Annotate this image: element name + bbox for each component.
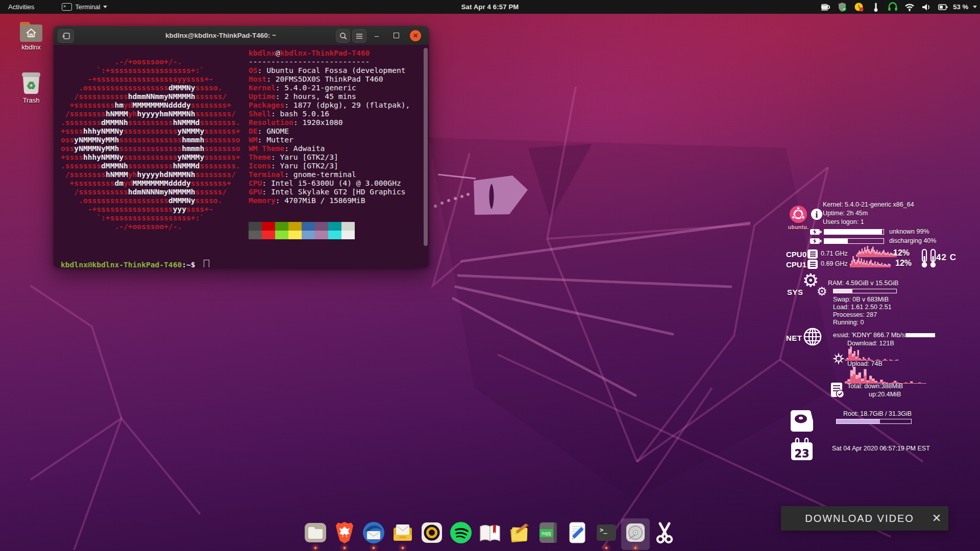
running-indicator [605, 546, 608, 549]
battery-icon [937, 1, 949, 13]
swap-line: Swap: 0B v 683MiB [833, 296, 889, 303]
info-icon: i [811, 208, 823, 220]
dock-item-files[interactable] [303, 520, 328, 545]
cpu1-label: CPU1 [786, 260, 806, 269]
download-video-label[interactable]: DOWNLOAD VIDEO [781, 513, 925, 524]
battery2-label: discharging 40% [889, 237, 936, 244]
alarm-icon [853, 1, 865, 13]
dock-item-disk-utility[interactable] [623, 520, 648, 545]
running-line: Running: 0 [833, 319, 864, 326]
minimize-button[interactable]: – [370, 26, 383, 45]
cpu0-freq: 0.71 GHz [821, 250, 848, 257]
terminal-color-palette [249, 222, 410, 231]
prompt-path: :~$ [182, 260, 195, 267]
cpu1-graph [850, 256, 891, 269]
prompt-userhost: kbdlnx@kbdlnx-ThinkPad-T460 [61, 260, 182, 267]
new-tab-button[interactable] [58, 29, 74, 43]
dock-item-mail[interactable] [390, 520, 415, 545]
dock-item-sticky-notes[interactable] [507, 520, 531, 545]
load-line: Load: 1.61 2.50 2.51 [833, 304, 892, 311]
datetime-line: Sat 04 Apr 2020 06:57:19 PM EST [832, 445, 930, 452]
dock-item-calibre[interactable] [478, 520, 502, 545]
thermometer-gauge-icon [921, 249, 937, 268]
ram-line: RAM: 4.59GiB v 15.5GiB [828, 280, 898, 287]
running-indicator [314, 546, 317, 549]
desktop-icon-label: Trash [9, 96, 53, 104]
scissors-icon [652, 520, 677, 545]
terminal-icon: >_ [594, 520, 619, 545]
sticky-notes-icon [507, 520, 531, 545]
chevron-down-icon [973, 6, 977, 8]
dock-item-terminal[interactable]: >_ [594, 520, 619, 545]
mail-icon [390, 520, 415, 545]
search-icon [339, 32, 347, 40]
trash-icon: ♻ [20, 71, 42, 95]
dock-item-text-editor[interactable] [565, 520, 590, 545]
hamburger-menu-button[interactable] [352, 29, 366, 43]
music-player-icon [420, 520, 444, 545]
dock-item-scissors[interactable] [652, 520, 677, 545]
hamburger-icon [356, 33, 363, 39]
root-bar [836, 419, 912, 424]
scrollbar-thumb[interactable] [424, 48, 428, 246]
cpu1-freq: 0.69 GHz [821, 260, 848, 267]
uptime-line: Uptime: 2h 45m [823, 210, 868, 217]
terminal-content[interactable]: .-/+oosssoo+/-. `:+ssssssssssssssssss+:`… [54, 45, 429, 267]
calendar-icon: 23 [790, 438, 814, 461]
globe-icon [802, 327, 823, 347]
cpu1-icon [806, 259, 819, 270]
terminal-scrollbar[interactable] [423, 46, 428, 266]
running-indicator [634, 546, 637, 549]
essid-line: essid: 'KDNY' 866.7 Mb/s [833, 332, 905, 339]
terminal-color-palette [249, 231, 410, 239]
close-icon: ✕ [410, 30, 421, 41]
new-tab-icon [62, 33, 70, 40]
notepadqq-badge: nqq [542, 531, 551, 536]
maximize-button[interactable] [389, 26, 403, 45]
dock-item-notepadqq[interactable]: nqq [536, 520, 560, 545]
ubuntu-logo-icon [788, 204, 808, 224]
download-video-banner[interactable]: DOWNLOAD VIDEO ✕ [781, 506, 948, 531]
gear-small-icon: ⚙ [817, 286, 827, 297]
users-line: Users logon: 1 [823, 218, 864, 226]
spotify-icon [449, 520, 473, 545]
desktop-icon-home[interactable]: kbdlnx [9, 20, 53, 51]
dock-item-spotify[interactable] [449, 520, 473, 545]
maximize-icon [394, 33, 399, 38]
thunderbird-icon [361, 520, 386, 545]
close-button[interactable]: ✕ [409, 26, 422, 45]
battery-percent-label: 53 % [953, 3, 968, 11]
dock-item-thunderbird[interactable] [361, 520, 386, 545]
search-button[interactable] [336, 29, 350, 43]
desktop-icon-trash[interactable]: ♻ Trash [9, 71, 53, 104]
checklist-icon [830, 382, 845, 399]
running-indicator [343, 546, 346, 549]
processes-line: Processes: 287 [833, 311, 877, 318]
volume-icon [920, 1, 933, 13]
neofetch-ascii-art: .-/+oosssoo+/-. `:+ssssssssssssssssss+:`… [61, 57, 240, 231]
dock-item-rhythmbox[interactable] [420, 520, 444, 545]
coffee-icon [819, 1, 831, 13]
dock-item-brave[interactable] [332, 520, 357, 545]
svg-text:♻: ♻ [27, 79, 36, 91]
svg-text:i: i [816, 210, 818, 219]
shell-prompt: kbdlnx@kbdlnx-ThinkPad-T460:~$ [61, 260, 209, 267]
home-folder-icon [18, 20, 44, 42]
system-tray[interactable]: 53 % [819, 0, 977, 14]
root-line: Root: 18.7GiB / 31.3GiB [843, 410, 912, 417]
battery2-bar [824, 238, 884, 244]
files-icon [303, 520, 328, 545]
battery1-icon [810, 228, 822, 236]
terminal-titlebar[interactable]: kbdlnx@kbdlnx-ThinkPad-T460: ~ – ✕ [54, 26, 429, 45]
battery2-icon [810, 237, 822, 245]
close-icon[interactable]: ✕ [925, 512, 948, 525]
upload-line: Upload: 74B [847, 360, 883, 367]
total-up-line: up:20.4MiB [869, 391, 901, 398]
battery1-label: unknown 99% [889, 228, 929, 235]
wifi-signal-bar [905, 333, 935, 337]
thermometer-icon [870, 1, 882, 13]
cpu-temperature: 42 C [936, 253, 957, 263]
wifi-icon [903, 1, 916, 13]
download-line: Download: 121B [847, 340, 894, 347]
net-label: NET [786, 334, 802, 342]
